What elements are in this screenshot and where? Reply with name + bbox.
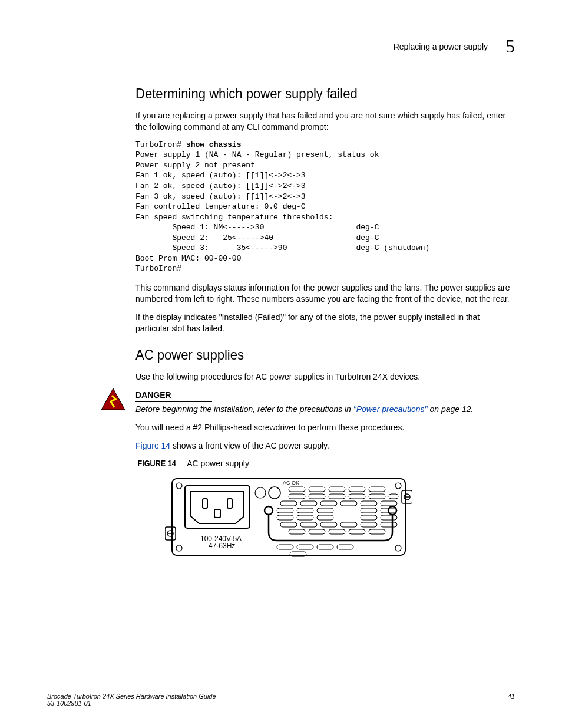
svg-rect-33 — [297, 508, 313, 513]
svg-rect-24 — [369, 494, 385, 499]
svg-rect-19 — [369, 487, 385, 492]
svg-rect-34 — [317, 508, 333, 513]
content-area: Determining which power supply failed If… — [135, 85, 513, 571]
svg-rect-32 — [277, 508, 293, 513]
svg-rect-41 — [381, 515, 397, 520]
svg-rect-26 — [280, 501, 297, 506]
svg-rect-20 — [289, 494, 305, 499]
svg-rect-25 — [389, 494, 398, 499]
svg-point-13 — [265, 506, 273, 515]
body-paragraph: This command displays status information… — [135, 282, 513, 305]
body-paragraph: If the display indicates "Installed (Fai… — [135, 312, 513, 334]
cli-output: Power supply 1 (NA - NA - Regular) prese… — [135, 150, 429, 273]
svg-rect-55 — [317, 545, 333, 549]
footer-guide-title: Brocade TurboIron 24X Series Hardware In… — [47, 693, 216, 700]
svg-point-61 — [395, 545, 401, 551]
svg-rect-9 — [203, 499, 207, 508]
body-paragraph: If you are replacing a power supply that… — [135, 110, 513, 133]
svg-rect-40 — [361, 515, 377, 520]
cli-block: TurboIron# show chassis Power supply 1 (… — [135, 140, 513, 274]
svg-rect-51 — [349, 529, 365, 534]
svg-rect-46 — [361, 522, 377, 527]
page-footer: Brocade TurboIron 24X Series Hardware In… — [47, 693, 515, 707]
svg-rect-35 — [361, 508, 377, 513]
danger-rule — [135, 401, 212, 402]
body-paragraph: Use the following procedures for AC powe… — [135, 371, 513, 383]
danger-text-post: on page 12. — [428, 404, 474, 414]
danger-icon — [100, 387, 126, 411]
svg-rect-48 — [289, 529, 305, 534]
header-section-title: Replacing a power supply — [394, 42, 488, 51]
svg-rect-31 — [381, 501, 397, 506]
figure-xref[interactable]: Figure 14 — [135, 441, 170, 450]
svg-rect-29 — [340, 501, 357, 506]
svg-rect-23 — [349, 494, 365, 499]
svg-rect-39 — [317, 515, 333, 520]
cli-command: show chassis — [186, 140, 242, 149]
psu-hz-label: 47-63Hz — [209, 542, 235, 550]
svg-rect-47 — [381, 522, 397, 527]
svg-rect-27 — [300, 501, 317, 506]
svg-rect-52 — [369, 529, 385, 534]
svg-rect-43 — [300, 522, 317, 527]
svg-rect-49 — [309, 529, 325, 534]
svg-rect-16 — [309, 487, 325, 492]
svg-rect-42 — [280, 522, 297, 527]
body-paragraph: Figure 14 shows a front view of the AC p… — [135, 440, 513, 452]
svg-rect-18 — [349, 487, 365, 492]
figure-caption: FIGURE 14 AC power supply — [135, 459, 513, 468]
svg-rect-56 — [337, 545, 353, 549]
section-heading-determining: Determining which power supply failed — [135, 85, 482, 102]
svg-rect-28 — [320, 501, 337, 506]
chapter-number: 5 — [505, 35, 515, 57]
svg-rect-15 — [289, 487, 305, 492]
body-text: shows a front view of the AC power suppl… — [170, 441, 329, 450]
cli-prompt: TurboIron# — [135, 140, 186, 149]
svg-rect-38 — [297, 515, 313, 520]
body-paragraph: You will need a #2 Phillips-head screwdr… — [135, 422, 513, 433]
footer-page-number: 41 — [508, 693, 515, 707]
svg-point-59 — [395, 483, 401, 489]
danger-text-pre: Before beginning the installation, refer… — [135, 404, 353, 414]
svg-point-62 — [255, 487, 266, 498]
figure-ac-power-supply: 100-240V-5A 47-63Hz AC OK — [165, 474, 513, 571]
psu-illustration: 100-240V-5A 47-63Hz AC OK — [165, 474, 412, 568]
danger-label: DANGER — [135, 390, 171, 400]
svg-rect-53 — [277, 545, 293, 549]
figure-label: FIGURE 14 — [138, 459, 176, 468]
page: Replacing a power supply 5 Determining w… — [0, 0, 562, 728]
svg-point-60 — [176, 545, 182, 551]
svg-rect-17 — [329, 487, 345, 492]
svg-rect-30 — [361, 501, 377, 506]
svg-rect-37 — [277, 515, 293, 520]
svg-rect-45 — [340, 522, 357, 527]
svg-rect-11 — [214, 509, 220, 518]
running-header: Replacing a power supply 5 — [394, 35, 515, 57]
svg-rect-21 — [309, 494, 325, 499]
figure-title: AC power supply — [187, 459, 249, 468]
psu-acok-label: AC OK — [283, 480, 299, 486]
svg-rect-54 — [297, 545, 313, 549]
svg-point-12 — [269, 487, 280, 499]
danger-xref[interactable]: "Power precautions" — [353, 404, 428, 414]
svg-point-58 — [176, 483, 182, 489]
section-heading-ac: AC power supplies — [135, 347, 482, 363]
svg-rect-50 — [329, 529, 345, 534]
footer-left: Brocade TurboIron 24X Series Hardware In… — [47, 693, 216, 707]
danger-admonition: DANGER Before beginning the installation… — [100, 390, 513, 414]
svg-rect-44 — [320, 522, 337, 527]
svg-rect-22 — [329, 494, 345, 499]
header-rule — [100, 58, 515, 58]
danger-text: Before beginning the installation, refer… — [135, 404, 513, 414]
footer-doc-number: 53-1002981-01 — [47, 700, 91, 707]
svg-point-14 — [388, 506, 396, 515]
svg-rect-10 — [227, 499, 232, 508]
